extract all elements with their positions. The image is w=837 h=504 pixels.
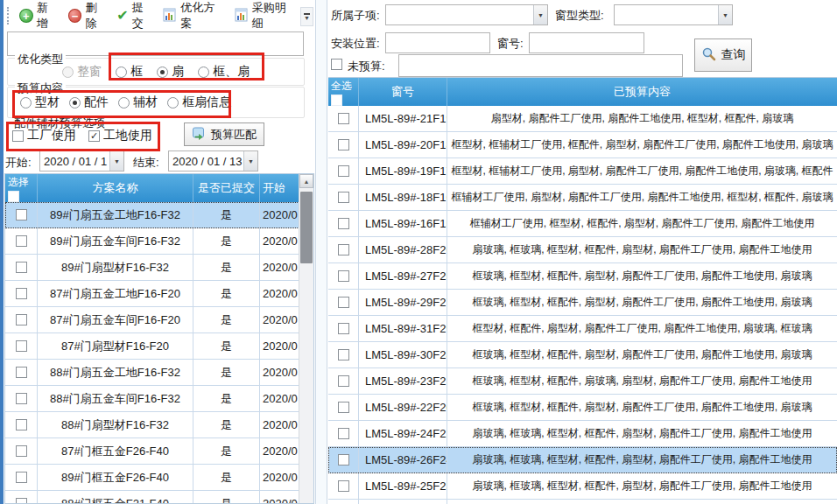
row-checkbox[interactable] xyxy=(338,165,349,177)
plan-table-scrollbar[interactable]: ▲ xyxy=(299,174,313,503)
row-checkbox[interactable] xyxy=(338,323,349,334)
row-checkbox[interactable] xyxy=(16,472,27,483)
end-date-picker[interactable]: 2020 / 01 / 13 ▼ xyxy=(168,150,258,172)
install-position-input[interactable] xyxy=(385,32,490,53)
window-row[interactable]: LM5L-89#-30F28 框玻璃, 框型材, 框配件, 扇型材, 扇配件工厂… xyxy=(328,342,837,368)
optimize-type-radio[interactable]: 整窗 xyxy=(62,64,102,80)
budget-match-button[interactable]: 预算匹配 xyxy=(184,122,264,146)
window-row[interactable]: LM5L-89#-16F15 框辅材工厂使用, 框型材, 框配件, 扇型材, 扇… xyxy=(328,211,837,237)
row-checkbox[interactable] xyxy=(338,218,349,229)
window-row[interactable]: LM5L-89#-19F17 框型材, 框辅材工厂使用, 扇型材, 扇配件工厂使… xyxy=(328,158,837,185)
row-checkbox[interactable] xyxy=(338,244,349,256)
chevron-down-icon[interactable]: ▼ xyxy=(109,151,123,171)
delete-button[interactable]: − 删除 xyxy=(64,0,113,34)
chevron-down-icon[interactable]: ▼ xyxy=(718,5,732,24)
row-checkbox[interactable] xyxy=(16,340,27,352)
scroll-thumb[interactable] xyxy=(300,192,313,263)
budget-content-radio[interactable]: 辅材 xyxy=(118,94,158,110)
window-row[interactable]: LM5L-89#-28F26 扇玻璃, 框玻璃, 框型材, 框配件, 扇型材, … xyxy=(328,237,837,263)
row-checkbox[interactable] xyxy=(16,314,27,326)
row-checkbox[interactable] xyxy=(338,402,349,413)
window-type-select[interactable]: ▼ xyxy=(614,4,733,25)
submitted-column-header[interactable]: 是否已提交 xyxy=(193,174,260,202)
row-checkbox[interactable] xyxy=(338,454,349,466)
row-checkbox[interactable] xyxy=(338,139,349,150)
row-checkbox[interactable] xyxy=(338,428,349,439)
plan-row[interactable]: 88#门扇五金车间F16-F32 是 2020/0 xyxy=(5,386,313,412)
new-button[interactable]: + 新增 xyxy=(15,0,64,34)
magnifier-icon xyxy=(701,46,717,65)
window-row[interactable]: LM5L-89#-31F29 框型材, 框配件, 扇型材, 扇配件工厂使用, 扇… xyxy=(328,316,837,342)
start-date-picker[interactable]: 2020 / 01 / 1 ▼ xyxy=(39,150,124,172)
row-checkbox[interactable] xyxy=(16,288,27,299)
window-row[interactable]: LM5L-89#-24F22 扇玻璃, 框玻璃, 框型材, 框配件, 扇型材, … xyxy=(328,421,837,447)
plan-row[interactable]: 88#门扇五金工地F16-F32 是 2020/0 xyxy=(5,360,313,386)
submit-button[interactable]: ✔ 提交 xyxy=(112,0,158,34)
window-row[interactable]: LM5L-89#-23F21 框玻璃, 框型材, 框配件, 扇玻璃, 扇型材, … xyxy=(328,368,837,395)
plan-row[interactable]: 88#门框五金F21-F40 是 2020/0 xyxy=(5,491,313,504)
row-checkbox[interactable] xyxy=(16,498,27,504)
optimize-type-radio[interactable]: 扇 xyxy=(157,64,184,80)
row-checkbox[interactable] xyxy=(338,375,349,387)
plan-row[interactable]: 89#门扇五金车间F16-F32 是 2020/0 xyxy=(5,228,313,255)
row-checkbox[interactable] xyxy=(16,445,27,457)
row-checkbox[interactable] xyxy=(16,367,27,378)
row-checkbox[interactable] xyxy=(16,393,27,404)
window-row[interactable]: LM5L-89#-25F23 扇玻璃, 框玻璃, 框型材, 框配件, 扇型材, … xyxy=(328,473,837,500)
plan-row[interactable]: 87#门框五金F26-F40 是 2020/0 xyxy=(5,438,313,465)
window-no-input[interactable] xyxy=(529,32,644,53)
optimize-plan-button[interactable]: 优化方案 xyxy=(158,0,229,34)
plan-row[interactable]: 88#门扇型材F16-F32 是 2020/0 xyxy=(5,412,313,438)
window-row[interactable]: LM5L-89#-29F27 框玻璃, 框型材, 框配件, 扇型材, 扇配件工厂… xyxy=(328,290,837,316)
row-checkbox[interactable] xyxy=(16,235,27,247)
window-row[interactable]: LM5L-89#-18F16 框辅材工厂使用, 扇型材, 扇配件工厂使用, 扇配… xyxy=(328,185,837,211)
window-no-column-header[interactable]: 窗号 xyxy=(359,78,447,106)
row-checkbox[interactable] xyxy=(338,297,349,308)
window-row[interactable]: LM5L-89#-27F25 框玻璃, 框型材, 框配件, 扇型材, 扇配件工厂… xyxy=(328,263,837,290)
plan-row[interactable]: 89#门框五金F26-F40 是 2020/0 xyxy=(5,465,313,491)
query-button[interactable]: 查询 xyxy=(694,38,752,72)
toolbar-overflow-button[interactable]: ▼ xyxy=(300,7,313,26)
budget-content-radio[interactable]: 型材 xyxy=(20,94,60,110)
budget-content-column-header[interactable]: 已预算内容 xyxy=(447,78,837,106)
row-checkbox[interactable] xyxy=(338,270,349,282)
optimize-type-radio[interactable]: 框、扇 xyxy=(198,64,250,80)
panel-splitter[interactable] xyxy=(315,0,327,504)
plan-row[interactable]: 87#门扇五金工地F16-F20 是 2020/0 xyxy=(5,281,313,307)
window-row[interactable]: LM5L-89#-20F18 框型材, 框辅材工厂使用, 框配件, 扇型材, 扇… xyxy=(328,132,837,158)
row-checkbox[interactable] xyxy=(338,349,349,360)
start-date-label: 开始: xyxy=(5,155,32,171)
row-checkbox[interactable] xyxy=(338,480,349,492)
window-row[interactable]: LM5L-89#-26F24 扇玻璃, 框玻璃, 框型材, 框配件, 扇型材, … xyxy=(328,447,837,473)
toolbar-grip[interactable] xyxy=(7,7,11,24)
plan-name-column-header[interactable]: 方案名称 xyxy=(38,174,193,202)
no-budget-checkbox[interactable] xyxy=(331,59,342,70)
plan-row[interactable]: 89#门扇型材F16-F32 是 2020/0 xyxy=(5,255,313,281)
row-checkbox[interactable] xyxy=(16,262,27,273)
usage-checkbox[interactable]: 工厂使用 xyxy=(12,128,76,144)
row-select-cell xyxy=(328,316,359,342)
budget-content-radio[interactable]: 配件 xyxy=(69,94,109,110)
optimize-type-radio[interactable]: 框 xyxy=(116,64,143,80)
row-select-cell xyxy=(5,307,38,333)
plan-row[interactable]: 89#门扇五金工地F16-F32 是 2020/0 xyxy=(5,202,313,228)
scroll-up-button[interactable]: ▲ xyxy=(299,174,313,188)
chevron-down-icon[interactable]: ▼ xyxy=(243,151,257,171)
start-column-header[interactable]: 开始 xyxy=(260,174,300,202)
select-all-checkbox[interactable] xyxy=(331,94,342,106)
plan-name-cell: 87#门扇型材F16-F20 xyxy=(38,333,193,360)
row-checkbox[interactable] xyxy=(338,113,349,124)
row-checkbox[interactable] xyxy=(16,209,27,220)
plan-row[interactable]: 87#门扇五金车间F16-F20 是 2020/0 xyxy=(5,307,313,333)
sub-item-select[interactable]: ▼ xyxy=(385,4,548,25)
budget-content-radio[interactable]: 框扇信息 xyxy=(167,94,231,110)
row-checkbox[interactable] xyxy=(16,419,27,430)
no-budget-input[interactable] xyxy=(398,54,683,77)
select-all-checkbox[interactable] xyxy=(8,191,19,202)
window-row[interactable]: LM5L-89#-21F19 扇型材, 扇配件工厂使用, 扇配件工地使用, 框型… xyxy=(328,106,837,132)
row-checkbox[interactable] xyxy=(338,192,349,203)
window-row[interactable]: LM5L-89#-22F20 框玻璃, 框型材, 框配件, 扇型材, 扇配件工厂… xyxy=(328,395,837,421)
plan-row[interactable]: 87#门扇型材F16-F20 是 2020/0 xyxy=(5,333,313,360)
usage-checkbox[interactable]: 工地使用 xyxy=(88,128,152,144)
chevron-down-icon[interactable]: ▼ xyxy=(533,5,547,24)
